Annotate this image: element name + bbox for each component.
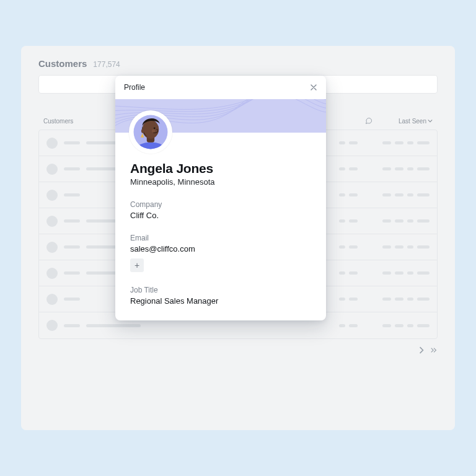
profile-location: Minneapolis, Minnesota: [130, 177, 311, 187]
text-placeholder: [64, 271, 80, 275]
avatar-placeholder: [46, 164, 58, 175]
column-customers[interactable]: Customers: [43, 118, 73, 125]
plus-icon: +: [134, 260, 139, 270]
page-header: Customers 177,574: [38, 58, 438, 69]
profile-card-title: Profile: [124, 83, 145, 92]
job-title-field: Job Title Regional Sales Manager: [130, 286, 311, 306]
chevron-down-icon: [428, 118, 433, 123]
svg-point-6: [152, 130, 155, 133]
email-field: Email sales@cliffco.com +: [130, 234, 311, 272]
avatar-placeholder: [46, 216, 58, 227]
company-field: Company Cliff Co.: [130, 200, 311, 220]
profile-card-header: Profile: [115, 76, 326, 99]
avatar-placeholder: [46, 320, 58, 331]
chevron-right-icon: [418, 346, 425, 354]
customers-page: Customers 177,574 Customers Last Seen: [21, 46, 455, 430]
profile-card-body: Angela Jones Minneapolis, Minnesota Comp…: [115, 133, 326, 320]
email-label: Email: [130, 234, 311, 242]
job-title-value: Regional Sales Manager: [130, 296, 311, 306]
avatar-image: [131, 113, 170, 151]
last-page-button[interactable]: [430, 345, 438, 356]
text-placeholder: [64, 141, 80, 144]
close-button[interactable]: [310, 84, 317, 91]
profile-name: Angela Jones: [130, 161, 311, 176]
avatar-placeholder: [46, 138, 58, 149]
text-placeholder: [64, 324, 80, 327]
text-placeholder: [64, 245, 80, 249]
company-value: Cliff Co.: [130, 211, 311, 220]
page-title: Customers: [38, 58, 87, 69]
column-last-seen-label: Last Seen: [399, 118, 426, 125]
text-placeholder: [86, 324, 141, 327]
text-placeholder: [64, 219, 80, 223]
job-title-label: Job Title: [130, 286, 311, 294]
profile-card: Profile: [115, 76, 326, 320]
email-value: sales@cliffco.com: [130, 244, 311, 253]
text-placeholder: [64, 193, 80, 196]
column-last-seen[interactable]: Last Seen: [399, 118, 433, 125]
avatar-placeholder: [46, 294, 58, 305]
avatar: [129, 110, 172, 154]
chat-icon: [365, 117, 372, 125]
avatar-placeholder: [46, 268, 58, 279]
company-label: Company: [130, 200, 311, 209]
avatar-placeholder: [46, 242, 58, 253]
svg-point-5: [154, 127, 156, 129]
pagination: [38, 345, 438, 356]
customer-count: 177,574: [93, 60, 120, 69]
svg-point-4: [141, 129, 144, 133]
next-page-button[interactable]: [418, 345, 425, 356]
text-placeholder: [64, 167, 80, 170]
close-icon: [310, 84, 317, 91]
add-email-button[interactable]: +: [130, 258, 144, 272]
avatar-placeholder: [46, 190, 58, 201]
text-placeholder: [64, 298, 80, 301]
chevron-double-right-icon: [430, 346, 438, 354]
